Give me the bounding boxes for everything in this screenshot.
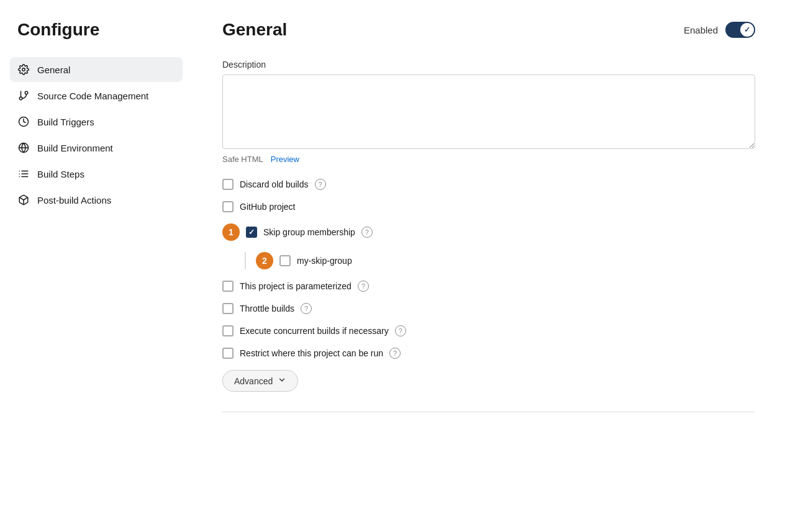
advanced-button[interactable]: Advanced	[222, 370, 298, 392]
throttle-builds-checkbox[interactable]	[222, 303, 234, 314]
parameterized-help-icon[interactable]: ?	[358, 281, 369, 292]
description-textarea[interactable]	[222, 74, 755, 149]
enabled-row: Enabled ✓	[684, 22, 755, 38]
sidebar-title: Configure	[10, 20, 183, 40]
sidebar-item-build-triggers-label: Build Triggers	[37, 117, 94, 127]
main-content: General Enabled ✓ Description Safe HTML …	[193, 0, 785, 532]
sidebar-item-build-steps-label: Build Steps	[37, 169, 84, 179]
html-links: Safe HTML Preview	[222, 155, 755, 164]
page-title: General	[222, 20, 287, 40]
skip-group-membership-label: Skip group membership	[263, 227, 355, 237]
throttle-builds-help-icon[interactable]: ?	[301, 303, 312, 314]
chevron-down-icon	[278, 376, 286, 386]
sidebar-item-source-code-label: Source Code Management	[37, 91, 148, 101]
enabled-toggle[interactable]: ✓	[725, 22, 755, 38]
clock-icon	[17, 115, 30, 128]
sidebar-item-build-environment[interactable]: Build Environment	[10, 135, 183, 160]
toggle-check-icon: ✓	[744, 25, 750, 34]
my-skip-group-row: 2 my-skip-group	[245, 252, 755, 269]
sidebar-item-general[interactable]: General	[10, 57, 183, 82]
parameterized-checkbox[interactable]	[222, 281, 234, 292]
github-project-label: GitHub project	[240, 202, 295, 212]
github-project-row: GitHub project	[222, 201, 755, 212]
discard-old-builds-help-icon[interactable]: ?	[315, 179, 326, 190]
step-badge-1: 1	[222, 223, 240, 241]
concurrent-builds-row: Execute concurrent builds if necessary ?	[222, 325, 755, 336]
restrict-project-help-icon[interactable]: ?	[389, 348, 401, 359]
github-project-checkbox[interactable]	[222, 201, 234, 212]
enabled-label: Enabled	[684, 25, 718, 35]
preview-link[interactable]: Preview	[271, 155, 299, 164]
concurrent-builds-checkbox[interactable]	[222, 325, 234, 336]
box-icon	[17, 194, 30, 206]
bottom-divider	[222, 412, 755, 412]
concurrent-builds-help-icon[interactable]: ?	[395, 325, 406, 336]
sidebar: Configure General Source Code Management	[0, 0, 193, 532]
step-badge-2: 2	[256, 252, 273, 269]
description-label: Description	[222, 60, 755, 70]
skip-group-membership-help-icon[interactable]: ?	[361, 227, 373, 238]
list-icon	[17, 168, 30, 180]
branch-icon	[17, 89, 30, 102]
sidebar-item-general-label: General	[37, 65, 70, 75]
discard-old-builds-label: Discard old builds	[240, 179, 309, 189]
sidebar-item-build-triggers[interactable]: Build Triggers	[10, 109, 183, 134]
concurrent-builds-label: Execute concurrent builds if necessary	[240, 326, 389, 336]
my-skip-group-label: my-skip-group	[297, 256, 352, 266]
sidebar-item-build-steps[interactable]: Build Steps	[10, 161, 183, 186]
throttle-builds-label: Throttle builds	[240, 304, 294, 313]
toggle-knob: ✓	[740, 23, 754, 37]
discard-old-builds-checkbox[interactable]	[222, 179, 234, 190]
safe-html-label: Safe HTML	[222, 155, 263, 164]
sidebar-item-post-build-label: Post-build Actions	[37, 195, 111, 205]
my-skip-group-checkbox[interactable]	[279, 255, 291, 266]
skip-group-membership-checkbox[interactable]	[246, 227, 257, 238]
parameterized-row: This project is parameterized ?	[222, 281, 755, 292]
sidebar-item-post-build[interactable]: Post-build Actions	[10, 187, 183, 212]
sidebar-item-build-environment-label: Build Environment	[37, 143, 113, 153]
globe-icon	[17, 142, 30, 154]
main-header: General Enabled ✓	[222, 20, 755, 40]
advanced-button-label: Advanced	[234, 376, 273, 386]
parameterized-label: This project is parameterized	[240, 281, 352, 291]
restrict-project-label: Restrict where this project can be run	[240, 348, 383, 358]
svg-point-0	[22, 68, 25, 71]
gear-icon	[17, 63, 30, 76]
discard-old-builds-row: Discard old builds ?	[222, 179, 755, 190]
restrict-project-row: Restrict where this project can be run ?	[222, 348, 755, 359]
restrict-project-checkbox[interactable]	[222, 348, 234, 359]
skip-group-membership-row: 1 Skip group membership ?	[222, 223, 755, 241]
sidebar-item-source-code[interactable]: Source Code Management	[10, 83, 183, 108]
throttle-builds-row: Throttle builds ?	[222, 303, 755, 314]
